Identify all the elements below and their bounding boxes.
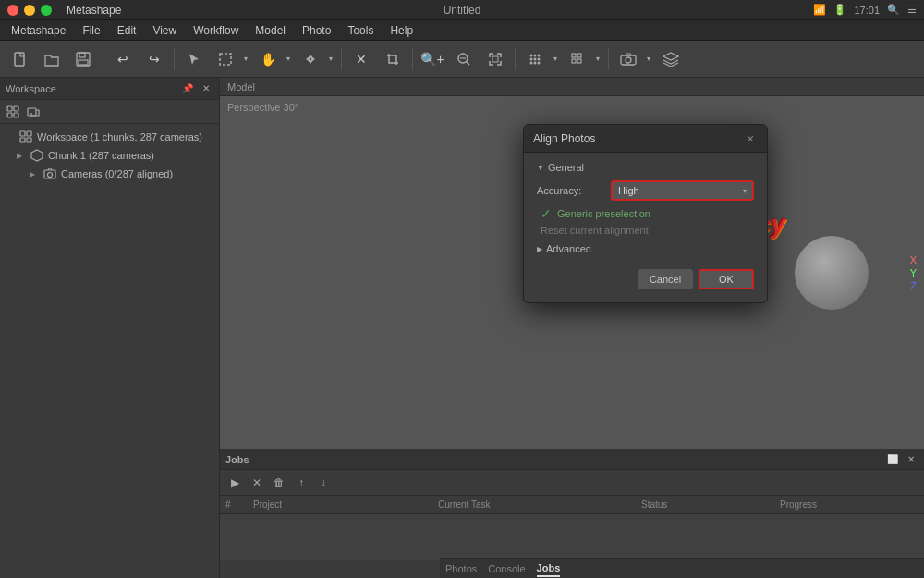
dialog-buttons: Cancel OK bbox=[537, 265, 754, 289]
arrow-keys-button[interactable] bbox=[296, 44, 325, 74]
sidebar-add-chunk-button[interactable] bbox=[4, 103, 22, 121]
accuracy-dropdown[interactable]: High ▾ bbox=[611, 180, 754, 201]
tab-jobs[interactable]: Jobs bbox=[537, 560, 561, 577]
jobs-delete-button[interactable]: 🗑 bbox=[270, 473, 288, 492]
svg-rect-27 bbox=[14, 113, 18, 117]
menu-photo[interactable]: Photo bbox=[295, 22, 338, 39]
svg-rect-29 bbox=[20, 131, 25, 136]
jobs-col-project: Project bbox=[253, 499, 438, 510]
content-area: Model Perspective 30° Select Accuracy X … bbox=[220, 78, 924, 578]
svg-rect-4 bbox=[220, 54, 231, 65]
separator-3 bbox=[341, 48, 342, 70]
tree-item-workspace[interactable]: Workspace (1 chunks, 287 cameras) bbox=[0, 128, 219, 146]
advanced-arrow: ▶ bbox=[537, 245, 542, 253]
general-section-label: General bbox=[548, 162, 584, 173]
reset-alignment-row: Reset current alignment bbox=[541, 225, 754, 236]
svg-point-14 bbox=[538, 57, 541, 60]
bottom-panel-header: Jobs ⬜ ✕ bbox=[220, 449, 924, 470]
svg-rect-31 bbox=[20, 138, 25, 142]
tree-label-cameras: Cameras (0/287 aligned) bbox=[61, 168, 173, 179]
jobs-play-button[interactable]: ▶ bbox=[225, 473, 244, 492]
arrow-keys-dropdown[interactable]: ▾ bbox=[325, 44, 336, 74]
menu-view[interactable]: View bbox=[145, 22, 184, 39]
view-grid-group: ▾ bbox=[520, 44, 561, 74]
camera-button[interactable] bbox=[614, 44, 643, 74]
sidebar-header: Workspace 📌 ✕ bbox=[0, 78, 219, 100]
ok-button[interactable]: OK bbox=[699, 269, 754, 289]
camera-dropdown[interactable]: ▾ bbox=[643, 44, 654, 74]
tree-item-chunk[interactable]: ▶ Chunk 1 (287 cameras) bbox=[0, 146, 219, 165]
dialog-close-button[interactable]: × bbox=[743, 131, 758, 146]
svg-rect-19 bbox=[578, 54, 581, 57]
jobs-down-button[interactable]: ↓ bbox=[314, 473, 333, 492]
close-x-button[interactable]: ✕ bbox=[346, 44, 376, 74]
fit-view-button[interactable] bbox=[480, 44, 510, 74]
bottom-panel-close-button[interactable]: ✕ bbox=[904, 452, 918, 467]
jobs-col-task: Current Task bbox=[438, 499, 641, 510]
open-file-button[interactable] bbox=[37, 44, 67, 74]
tree-label-workspace: Workspace (1 chunks, 287 cameras) bbox=[37, 131, 202, 142]
hand-tool-button[interactable]: ✋ bbox=[253, 44, 283, 74]
hand-tool-dropdown[interactable]: ▾ bbox=[283, 44, 294, 74]
sidebar-add-photos-button[interactable] bbox=[24, 103, 43, 121]
search-icon: 🔍 bbox=[887, 4, 900, 16]
svg-point-17 bbox=[538, 61, 541, 64]
view-grid2-group: ▾ bbox=[563, 44, 603, 74]
svg-point-16 bbox=[534, 61, 537, 64]
save-file-button[interactable] bbox=[68, 44, 98, 74]
rect-select-button[interactable] bbox=[211, 44, 240, 74]
jobs-stop-button[interactable]: ✕ bbox=[248, 473, 266, 492]
menu-tools[interactable]: Tools bbox=[340, 22, 381, 39]
menubar: Metashape File Edit View Workflow Model … bbox=[0, 20, 924, 41]
menu-metashape[interactable]: Metashape bbox=[4, 22, 73, 39]
minimize-window-button[interactable] bbox=[24, 5, 35, 16]
workspace-tree: Workspace (1 chunks, 287 cameras) ▶ Chun… bbox=[0, 124, 219, 578]
redo-button[interactable]: ↪ bbox=[140, 44, 169, 74]
crop-button[interactable] bbox=[378, 44, 407, 74]
jobs-up-button[interactable]: ↑ bbox=[292, 473, 310, 492]
menu-edit[interactable]: Edit bbox=[110, 22, 144, 39]
cancel-button[interactable]: Cancel bbox=[638, 269, 693, 289]
svg-point-9 bbox=[530, 54, 533, 56]
svg-rect-32 bbox=[27, 138, 31, 142]
bottom-panel-expand-button[interactable]: ⬜ bbox=[885, 452, 900, 467]
menu-workflow[interactable]: Workflow bbox=[186, 22, 246, 39]
reset-alignment-label[interactable]: Reset current alignment bbox=[541, 225, 649, 236]
view-grid2-button[interactable] bbox=[563, 44, 592, 74]
layers-button[interactable] bbox=[656, 44, 686, 74]
undo-button[interactable]: ↩ bbox=[108, 44, 138, 74]
sidebar-header-icons: 📌 ✕ bbox=[180, 81, 213, 96]
model-header: Model bbox=[220, 78, 924, 96]
battery-icon: 🔋 bbox=[833, 4, 846, 16]
new-file-button[interactable] bbox=[6, 44, 35, 74]
view-grid-button[interactable] bbox=[520, 44, 550, 74]
tree-item-cameras[interactable]: ▶ Cameras (0/287 aligned) bbox=[0, 165, 219, 183]
tab-photos[interactable]: Photos bbox=[445, 561, 477, 576]
menu-file[interactable]: File bbox=[75, 22, 107, 39]
model-title: Model bbox=[227, 81, 255, 92]
general-section-arrow: ▼ bbox=[537, 164, 544, 172]
separator-5 bbox=[515, 48, 516, 70]
separator-1 bbox=[103, 48, 103, 70]
menu-help[interactable]: Help bbox=[383, 22, 420, 39]
accuracy-row: Accuracy: High ▾ bbox=[537, 180, 754, 201]
bottom-panel-title: Jobs bbox=[225, 454, 249, 465]
sidebar-pin-button[interactable]: 📌 bbox=[180, 81, 195, 96]
sidebar-close-button[interactable]: ✕ bbox=[199, 81, 213, 96]
dialog-overlay: Align Photos × ▼ General Accuracy: High bbox=[220, 96, 924, 449]
fullscreen-window-button[interactable] bbox=[41, 5, 52, 16]
svg-rect-25 bbox=[14, 106, 18, 111]
accuracy-dropdown-arrow: ▾ bbox=[743, 187, 747, 195]
select-tool-button[interactable] bbox=[179, 44, 209, 74]
zoom-out-button[interactable] bbox=[449, 44, 479, 74]
view-grid-dropdown[interactable]: ▾ bbox=[550, 44, 561, 74]
tab-console[interactable]: Console bbox=[488, 561, 525, 576]
menu-model[interactable]: Model bbox=[248, 22, 293, 39]
zoom-in-button[interactable]: 🔍+ bbox=[418, 44, 447, 74]
svg-rect-3 bbox=[79, 60, 88, 65]
rect-select-dropdown[interactable]: ▾ bbox=[240, 44, 251, 74]
close-window-button[interactable] bbox=[7, 5, 18, 16]
view-grid2-dropdown[interactable]: ▾ bbox=[592, 44, 603, 74]
bottom-panel-icons: ⬜ ✕ bbox=[885, 452, 918, 467]
svg-rect-26 bbox=[7, 113, 12, 117]
